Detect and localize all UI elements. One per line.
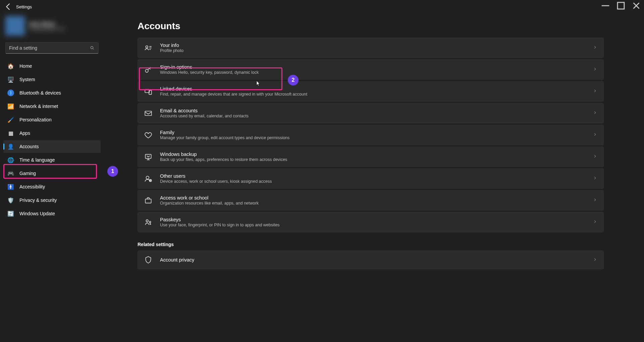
nav-label: Windows Update <box>19 211 55 216</box>
paint-icon: 🖌️ <box>7 116 14 123</box>
nav-label: Bluetooth & devices <box>19 90 61 96</box>
globe-icon: 🌐 <box>7 157 14 163</box>
mail-icon <box>144 109 153 118</box>
chevron-right-icon <box>593 257 597 263</box>
svg-point-11 <box>146 220 149 222</box>
card-family[interactable]: Family Manage your family group, edit ac… <box>138 125 604 145</box>
card-account-privacy[interactable]: Account privacy <box>138 250 604 269</box>
chevron-right-icon <box>593 45 597 51</box>
card-other-users[interactable]: Other users Device access, work or schoo… <box>138 168 604 189</box>
key-icon <box>144 65 153 74</box>
search-input[interactable] <box>9 45 90 51</box>
nav-personalization[interactable]: 🖌️ Personalization <box>3 113 101 126</box>
card-subtitle: Organization resources like email, apps,… <box>160 201 593 206</box>
nav-label: Time & language <box>19 157 55 163</box>
shield-icon: 🛡️ <box>7 197 14 204</box>
search-icon <box>90 45 95 51</box>
card-subtitle: Use your face, fingerprint, or PIN to si… <box>160 223 593 227</box>
nav-label: Accounts <box>19 144 39 149</box>
nav-bluetooth[interactable]: ᛒ Bluetooth & devices <box>3 87 101 99</box>
nav-accessibility[interactable]: 🚹 Accessibility <box>3 180 101 193</box>
svg-rect-4 <box>145 89 149 93</box>
card-subtitle: Accounts used by email, calendar, and co… <box>160 114 593 118</box>
nav-gaming[interactable]: 🎮 Gaming <box>3 167 101 180</box>
card-windows-backup[interactable]: Windows backup Back up your files, apps,… <box>138 147 604 167</box>
nav-privacy[interactable]: 🛡️ Privacy & security <box>3 194 101 207</box>
card-title: Sign-in options <box>160 64 593 70</box>
heart-icon <box>144 131 153 139</box>
svg-rect-6 <box>145 111 152 115</box>
maximize-button[interactable] <box>613 0 629 11</box>
svg-point-2 <box>146 46 148 48</box>
nav-apps[interactable]: ▦ Apps <box>3 127 101 139</box>
close-button[interactable] <box>629 0 644 11</box>
profile-name: User Name <box>29 21 65 26</box>
chevron-right-icon <box>593 219 597 225</box>
chevron-right-icon <box>593 89 597 94</box>
backup-icon <box>144 153 153 161</box>
card-subtitle: Find, repair, and manage devices that ar… <box>160 92 593 97</box>
wifi-icon: 📶 <box>7 103 14 110</box>
svg-point-3 <box>145 69 148 72</box>
card-passkeys[interactable]: Passkeys Use your face, fingerprint, or … <box>138 212 604 232</box>
badge-icon <box>144 44 153 52</box>
card-subtitle: Device access, work or school users, kio… <box>160 179 593 184</box>
card-subtitle: Profile photo <box>160 48 593 53</box>
card-title: Access work or school <box>160 195 593 201</box>
card-sign-in-options[interactable]: Sign-in options Windows Hello, security … <box>138 59 604 80</box>
search-box[interactable] <box>5 42 99 54</box>
nav-update[interactable]: 🔄 Windows Update <box>3 207 101 220</box>
card-title: Passkeys <box>160 217 593 222</box>
card-title: Email & accounts <box>160 108 593 113</box>
card-linked-devices[interactable]: Linked devices Find, repair, and manage … <box>138 81 604 102</box>
card-your-info[interactable]: Your info Profile photo <box>138 38 604 58</box>
system-icon: 🖥️ <box>7 76 14 83</box>
bluetooth-icon: ᛒ <box>7 90 14 96</box>
avatar <box>5 16 25 36</box>
related-settings-header: Related settings <box>138 242 604 247</box>
card-work-school[interactable]: Access work or school Organization resou… <box>138 190 604 211</box>
svg-rect-7 <box>145 154 151 158</box>
chevron-right-icon <box>593 176 597 181</box>
profile-email: user@example.com <box>29 26 65 31</box>
svg-point-1 <box>91 46 93 49</box>
window-title: Settings <box>16 4 32 9</box>
chevron-right-icon <box>593 132 597 138</box>
card-title: Linked devices <box>160 86 593 92</box>
privacy-icon <box>144 255 153 264</box>
home-icon: 🏠 <box>7 63 14 69</box>
page-title: Accounts <box>138 21 604 32</box>
apps-icon: ▦ <box>7 130 14 136</box>
nav-network[interactable]: 📶 Network & internet <box>3 100 101 113</box>
nav-label: Home <box>19 63 32 69</box>
user-profile[interactable]: User Name user@example.com <box>3 13 101 42</box>
briefcase-icon <box>144 196 153 205</box>
card-subtitle: Windows Hello, security key, password, d… <box>160 70 593 75</box>
nav-label: Personalization <box>19 117 52 122</box>
nav-home[interactable]: 🏠 Home <box>3 60 101 72</box>
nav-label: Accessibility <box>19 184 45 189</box>
devices-icon <box>144 87 153 96</box>
main-content: Accounts Your info Profile photo Sign-in… <box>104 13 644 342</box>
card-title: Other users <box>160 173 593 179</box>
chevron-right-icon <box>593 67 597 72</box>
user-add-icon <box>144 174 153 183</box>
person-icon: 👤 <box>7 143 14 150</box>
minimize-button[interactable] <box>598 0 613 11</box>
back-button[interactable] <box>3 1 14 12</box>
nav-accounts[interactable]: 👤 Accounts <box>3 140 101 153</box>
nav-time-language[interactable]: 🌐 Time & language <box>3 154 101 166</box>
nav-system[interactable]: 🖥️ System <box>3 73 101 86</box>
nav-list: 🏠 Home 🖥️ System ᛒ Bluetooth & devices 📶… <box>3 60 101 220</box>
arrow-left-icon <box>3 1 14 12</box>
card-title: Family <box>160 130 593 135</box>
svg-point-12 <box>149 221 151 222</box>
nav-label: Privacy & security <box>19 197 57 203</box>
chevron-right-icon <box>593 154 597 160</box>
game-icon: 🎮 <box>7 170 14 177</box>
card-title: Your info <box>160 43 593 48</box>
update-icon: 🔄 <box>7 210 14 217</box>
title-bar: Settings <box>0 0 644 13</box>
chevron-right-icon <box>593 110 597 116</box>
card-email-accounts[interactable]: Email & accounts Accounts used by email,… <box>138 103 604 123</box>
